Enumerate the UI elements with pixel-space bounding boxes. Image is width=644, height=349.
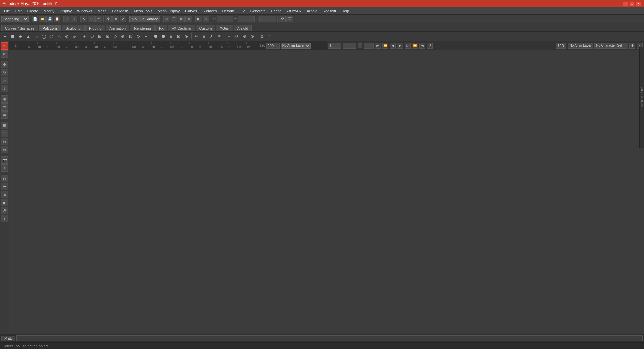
playback-next-frame[interactable]: ▷ [405, 43, 411, 49]
snap-curve-left[interactable]: ⌒ [1, 130, 8, 137]
snap-point-left[interactable]: ⊙ [1, 138, 8, 145]
tab-rendering[interactable]: Rendering [130, 25, 155, 31]
menu-help[interactable]: Help [339, 8, 352, 14]
bevel-btn[interactable]: ◇ [111, 33, 119, 40]
paint-select-btn[interactable]: ✏ [95, 16, 102, 22]
extrude-btn[interactable]: ⬡ [88, 33, 96, 40]
menu-windows[interactable]: Windows [74, 8, 95, 14]
fill-hole-btn[interactable]: ◉ [104, 33, 111, 40]
render-btn[interactable]: ▶ [195, 16, 202, 22]
circularize-btn[interactable]: ⊚ [135, 33, 142, 40]
coord-z-field[interactable] [259, 16, 276, 22]
playback-left[interactable]: ⏵ [1, 215, 8, 222]
menu-modify[interactable]: Modify [41, 8, 57, 14]
new-scene-btn[interactable]: 📄 [32, 16, 38, 22]
menu-arnold[interactable]: Arnold [304, 8, 320, 14]
playback-prev-frame[interactable]: ◀ [390, 43, 396, 49]
split-poly-btn[interactable]: ✂ [193, 33, 200, 40]
rotate-tool-left[interactable]: ↻ [1, 69, 8, 76]
wedge-btn[interactable]: ◐ [127, 33, 134, 40]
boolean-btn[interactable]: ⊗ [183, 33, 190, 40]
tab-curves-surfaces[interactable]: Curves / Surfaces [1, 25, 38, 31]
poke-btn[interactable]: ✦ [142, 33, 150, 40]
tab-custom[interactable]: Custom [196, 25, 216, 31]
menu-edit-mesh[interactable]: Edit Mesh [109, 8, 131, 14]
poly-torus-btn[interactable]: ◯ [40, 33, 47, 40]
timeline-ruler[interactable]: 5 10 15 20 25 30 35 40 45 50 55 60 65 70 [21, 42, 258, 49]
collapse-btn[interactable]: ⊖ [241, 33, 248, 40]
render-left[interactable]: ▶ [1, 199, 8, 206]
anim-layer-select[interactable]: No Anim Layer [281, 43, 311, 49]
coord-x-field[interactable] [217, 16, 233, 22]
lasso-tool-btn[interactable]: ◌ [88, 16, 95, 22]
poly-helix-btn[interactable]: ⌀ [71, 33, 78, 40]
rotate-tool-btn[interactable]: ↻ [112, 16, 119, 22]
playback-prev-key[interactable]: ⏪ [382, 43, 388, 49]
save-as-btn[interactable]: 📋 [54, 16, 60, 22]
tab-arnold[interactable]: Arnold [234, 25, 252, 31]
snap-view-left[interactable]: ⊗ [1, 146, 8, 153]
sculpt-left[interactable]: ≋ [1, 103, 8, 111]
move-tool-left[interactable]: ✥ [1, 61, 8, 68]
poly-cube-btn[interactable]: ◼ [9, 33, 16, 40]
soft-select-left[interactable]: ◉ [1, 95, 8, 103]
select-tool-left[interactable]: ↖ [1, 42, 8, 50]
playback-fwd[interactable]: ▶ [397, 43, 403, 49]
insert-edge-btn[interactable]: ⊟ [200, 33, 208, 40]
display-settings-left[interactable]: ⊡ [1, 175, 8, 182]
poly-plane-btn[interactable]: ▭ [32, 33, 40, 40]
ipr-btn[interactable]: ▷ [203, 16, 209, 22]
playback-go-start[interactable]: ⏮ [375, 43, 381, 49]
menu-mesh[interactable]: Mesh [95, 8, 109, 14]
tab-rigging[interactable]: Rigging [85, 25, 105, 31]
timeline-end-field[interactable]: 200 [266, 43, 280, 49]
tab-animation[interactable]: Animation [106, 25, 129, 31]
coord-y-field[interactable] [238, 16, 255, 22]
move-tool-btn[interactable]: ✥ [105, 16, 112, 22]
transform-tool-left[interactable]: ⊹ [1, 85, 8, 92]
snap-curve-btn[interactable]: ⌒ [171, 16, 177, 22]
snap-view-btn[interactable]: ◈ [185, 16, 192, 22]
poly-pyramid-btn[interactable]: △ [55, 33, 63, 40]
timeline-area[interactable]: 1 5 10 15 20 25 30 35 40 45 50 5 [9, 41, 327, 50]
tab-fx[interactable]: FX [155, 25, 167, 31]
append-poly-btn[interactable]: ⬢ [152, 33, 159, 40]
redo-btn[interactable]: ↪ [71, 16, 77, 22]
settings-btn[interactable]: ⚙ [279, 16, 286, 22]
snap-grid-btn[interactable]: ⊞ [163, 16, 170, 22]
save-scene-btn[interactable]: 💾 [46, 16, 53, 22]
menu-edit[interactable]: Edit [13, 8, 24, 14]
snap-grid-left[interactable]: ⊞ [1, 122, 8, 129]
merge-btn[interactable]: ⊕ [119, 33, 126, 40]
bridge-btn[interactable]: ⊟ [96, 33, 103, 40]
undo-btn[interactable]: ↩ [63, 16, 70, 22]
menu-redshift[interactable]: Redshift [320, 8, 339, 14]
smooth-btn[interactable]: ◈ [80, 33, 88, 40]
select-tool-btn[interactable]: ↖ [80, 16, 87, 22]
show-manip-left[interactable]: ⊕ [1, 111, 8, 119]
attr-editor-left[interactable]: ≣ [1, 183, 8, 190]
playback-go-end[interactable]: ⏭ [419, 43, 425, 49]
separate-btn[interactable]: ⊠ [175, 33, 182, 40]
poly-cylinder-btn[interactable]: ⬬ [17, 33, 24, 40]
playback-speed-field[interactable]: 1 [364, 43, 374, 49]
menu-generate[interactable]: Generate [248, 8, 268, 14]
close-button[interactable]: ✕ [636, 1, 641, 6]
menu-uv[interactable]: UV [237, 8, 247, 14]
menu-3dto-all[interactable]: -3DtoAll- [284, 8, 304, 14]
current-frame-field[interactable]: 1 [343, 43, 356, 49]
menu-curves[interactable]: Curves [182, 8, 200, 14]
menu-mesh-tools[interactable]: Mesh Tools [131, 8, 155, 14]
merge-vertex-btn[interactable]: ⊙ [249, 33, 256, 40]
crease-btn[interactable]: 〰 [266, 33, 273, 40]
delete-edge-btn[interactable]: ✗ [208, 33, 215, 40]
paint-select-left[interactable]: ✏ [1, 50, 8, 58]
menu-mesh-display[interactable]: Mesh Display [155, 8, 182, 14]
mel-tab[interactable]: MEL [1, 336, 15, 341]
snap-point-btn[interactable]: ⊕ [178, 16, 185, 22]
menu-display[interactable]: Display [57, 8, 74, 14]
target-weld-btn[interactable]: ⊛ [258, 33, 266, 40]
menu-deform[interactable]: Deform [219, 8, 237, 14]
maximize-button[interactable]: □ [629, 1, 635, 6]
minimize-button[interactable]: ─ [623, 1, 628, 6]
